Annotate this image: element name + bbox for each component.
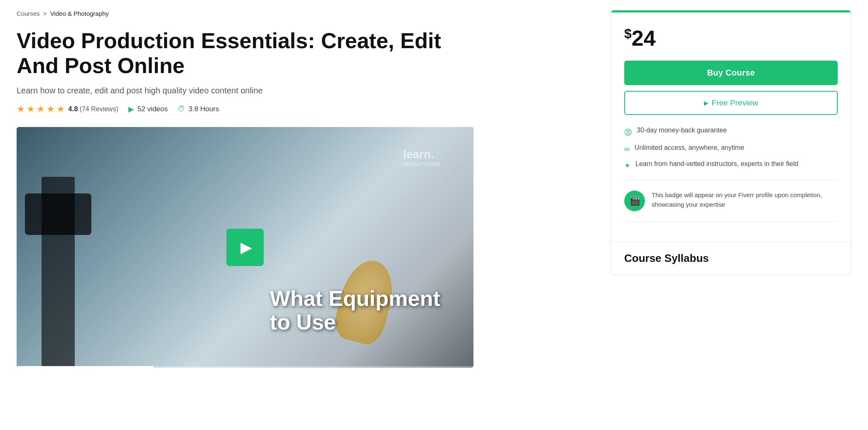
unlimited-icon: ∞ xyxy=(624,145,630,154)
videos-meta: ▶ 52 videos xyxy=(128,105,168,114)
unlimited-text: Unlimited access, anywhere, anytime xyxy=(635,144,744,151)
overlay-line1: What Equipment xyxy=(270,287,440,310)
hours-value: 3.8 Hours xyxy=(189,105,219,113)
video-icon: ▶ xyxy=(128,105,134,114)
badge-icon: 🎬 xyxy=(629,195,640,206)
course-meta: ★ ★ ★ ★ ★ 4.8 (74 Reviews) ▶ 52 videos ⏱… xyxy=(17,104,594,115)
guarantee-icon: ⑳ xyxy=(624,127,632,137)
hours-meta: ⏱ 3.8 Hours xyxy=(178,105,219,113)
reviews-count: (74 Reviews) xyxy=(80,105,118,113)
rating-value: 4.8 xyxy=(68,105,78,113)
price-currency: $ xyxy=(624,26,632,41)
feature-item-guarantee: ⑳ 30-day money-back guarantee xyxy=(624,127,838,137)
badge-text: This badge will appear on your Fiverr pr… xyxy=(652,191,838,209)
feature-item-unlimited: ∞ Unlimited access, anywhere, anytime xyxy=(624,144,838,154)
instructor-icon: ✦ xyxy=(624,161,630,170)
feature-item-instructors: ✦ Learn from hand-vetted instructors, ex… xyxy=(624,160,838,170)
buy-course-button[interactable]: Buy Course xyxy=(624,61,838,85)
play-icon: ▶ xyxy=(240,239,252,256)
breadcrumb: Courses > Video & Photography xyxy=(17,10,594,17)
breadcrumb-courses[interactable]: Courses xyxy=(17,10,40,17)
price-value: 24 xyxy=(632,26,656,50)
course-subtitle: Learn how to create, edit and post high … xyxy=(17,86,594,95)
watermark-from-fiverr: FROM FIVERR xyxy=(403,161,440,167)
star-3: ★ xyxy=(37,104,45,115)
main-content: Courses > Video & Photography Video Prod… xyxy=(17,10,594,368)
video-thumbnail: learn. FROM FIVERR What Equipment to Use… xyxy=(17,127,473,368)
video-container: learn. FROM FIVERR What Equipment to Use… xyxy=(17,127,473,368)
video-overlay-text: What Equipment to Use xyxy=(270,287,440,334)
videos-count: 52 videos xyxy=(137,105,168,113)
page-wrapper: Courses > Video & Photography Video Prod… xyxy=(0,0,868,378)
preview-play-icon: ▶ xyxy=(704,100,709,106)
watermark-learn: learn. xyxy=(403,148,434,161)
play-button[interactable]: ▶ xyxy=(226,229,264,266)
video-progress-fill xyxy=(17,366,154,368)
video-progress-bar xyxy=(17,366,473,368)
syllabus-title: Course Syllabus xyxy=(624,252,838,265)
course-title: Video Production Essentials: Create, Edi… xyxy=(17,29,453,78)
play-button-container: ▶ xyxy=(226,229,264,266)
feature-list: ⑳ 30-day money-back guarantee ∞ Unlimite… xyxy=(624,127,838,181)
video-watermark: learn. FROM FIVERR xyxy=(403,148,440,167)
clock-icon: ⏱ xyxy=(178,105,185,113)
star-rating: ★ ★ ★ ★ ★ 4.8 (74 Reviews) xyxy=(17,104,118,115)
guarantee-text: 30-day money-back guarantee xyxy=(637,127,727,134)
breadcrumb-category[interactable]: Video & Photography xyxy=(50,10,109,17)
sidebar: $24 Buy Course ▶ Free Preview ⑳ 30-day m… xyxy=(611,10,851,275)
sidebar-card: $24 Buy Course ▶ Free Preview ⑳ 30-day m… xyxy=(611,10,851,275)
star-5: ★ xyxy=(56,104,65,115)
preview-button-label: Free Preview xyxy=(712,98,758,108)
free-preview-button[interactable]: ▶ Free Preview xyxy=(624,91,838,115)
badge-section: 🎬 This badge will appear on your Fiverr … xyxy=(624,191,838,222)
syllabus-section: Course Syllabus xyxy=(611,242,851,275)
star-4: ★ xyxy=(47,104,55,115)
equipment-decoration xyxy=(42,177,75,368)
badge-icon-wrapper: 🎬 xyxy=(624,191,645,211)
overlay-line2: to Use xyxy=(270,310,440,334)
price-display: $24 xyxy=(624,26,838,51)
star-2: ★ xyxy=(27,104,35,115)
star-1: ★ xyxy=(17,104,25,115)
breadcrumb-separator: > xyxy=(43,10,47,17)
instructors-text: Learn from hand-vetted instructors, expe… xyxy=(635,160,798,168)
sidebar-inner: $24 Buy Course ▶ Free Preview ⑳ 30-day m… xyxy=(611,12,851,242)
